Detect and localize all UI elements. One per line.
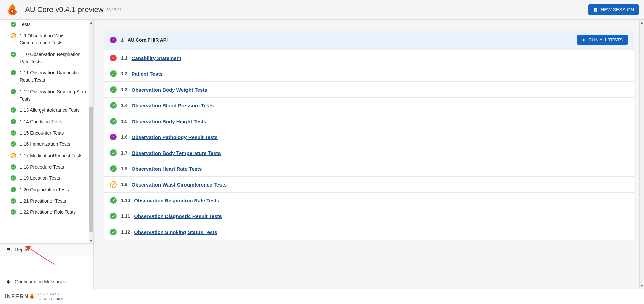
test-index: 1.5 <box>121 119 127 124</box>
sidebar-item-label: 1.22 PractitionerRole Tests <box>20 209 76 216</box>
test-row-1.11[interactable]: 1.11Observation Diagnostic Result Tests <box>104 208 634 224</box>
scroll-down-icon[interactable]: ▼ <box>89 238 93 243</box>
status-pass-icon <box>11 52 16 57</box>
status-pass-icon <box>110 102 117 109</box>
sidebar-item-1.18[interactable]: 1.18 Procedure Tests <box>0 162 93 173</box>
sidebar: Tests1.9 Observation Waist Circumference… <box>0 20 94 289</box>
file-add-icon <box>593 7 598 12</box>
app-title: AU Core v0.4.1-preview <box>25 5 104 14</box>
scroll-up-icon[interactable]: ▲ <box>89 20 93 25</box>
test-row-1.7[interactable]: 1.7Observation Body Temperature Tests <box>104 145 634 161</box>
app-logo-icon <box>5 3 20 17</box>
sidebar-item-label: 1.15 Encounter Tests <box>20 130 64 137</box>
sidebar-item-1.15[interactable]: 1.15 Encounter Tests <box>0 128 93 139</box>
status-pass-icon <box>11 164 16 170</box>
status-pass-icon <box>11 187 16 192</box>
sidebar-item-label: 1.21 Practitioner Tests <box>20 198 66 205</box>
scroll-thumb[interactable] <box>89 107 93 232</box>
sidebar-item-1.8[interactable]: Tests <box>0 20 93 30</box>
sidebar-item-label: 1.16 Immunization Tests <box>20 141 70 148</box>
test-name-link[interactable]: Capability Statement <box>131 55 181 61</box>
sidebar-item-1.16[interactable]: 1.16 Immunization Tests <box>0 139 93 150</box>
status-pass-icon <box>110 213 117 219</box>
group-index: 1 <box>121 37 124 43</box>
status-pass-icon <box>110 86 117 93</box>
test-name-link[interactable]: Observation Body Height Tests <box>131 119 206 124</box>
test-name-link[interactable]: Observation Smoking Status Tests <box>134 229 217 235</box>
sidebar-config-messages-button[interactable]: Configuration Messages <box>0 275 93 289</box>
test-index: 1.7 <box>121 150 127 156</box>
test-row-1.2[interactable]: 1.2Patient Tests <box>104 66 634 81</box>
test-name-link[interactable]: Observation Waist Circumference Tests <box>131 182 227 188</box>
status-pass-icon <box>11 89 16 94</box>
scroll-up-icon[interactable]: ▲ <box>640 20 644 25</box>
sidebar-item-1.17[interactable]: 1.17 MedicationRequest Tests <box>0 150 93 162</box>
status-skip-icon <box>110 181 117 188</box>
svg-point-1 <box>11 10 13 12</box>
sidebar-item-label: 1.19 Location Tests <box>20 175 60 182</box>
test-name-link[interactable]: Patient Tests <box>131 71 162 77</box>
test-index: 1.4 <box>121 103 127 108</box>
sidebar-test-list: Tests1.9 Observation Waist Circumference… <box>0 20 93 243</box>
sidebar-scrollbar[interactable]: ▲ ▼ <box>89 20 93 243</box>
status-pass-icon <box>11 22 16 27</box>
status-pass-icon <box>11 130 16 136</box>
test-row-1.12[interactable]: 1.12Observation Smoking Status Tests <box>104 224 634 240</box>
status-pass-icon <box>110 118 117 125</box>
test-index: 1.9 <box>121 182 127 187</box>
scroll-down-icon[interactable]: ▼ <box>640 283 644 289</box>
status-pass-icon <box>11 175 16 181</box>
test-row-1.9[interactable]: 1.9Observation Waist Circumference Tests <box>104 176 634 192</box>
test-row-1.5[interactable]: 1.5Observation Body Height Tests <box>104 113 634 129</box>
test-name-link[interactable]: Observation Pathology Result Tests <box>131 134 217 140</box>
sidebar-item-1.10[interactable]: 1.10 Observation Respiration Rate Tests <box>0 49 93 67</box>
status-skip-icon <box>11 153 16 158</box>
status-pass-icon <box>110 165 117 172</box>
sidebar-item-label: 1.14 Condition Tests <box>20 118 62 126</box>
test-index: 1.2 <box>121 71 127 76</box>
test-index: 1.11 <box>121 213 130 219</box>
status-pass-icon <box>11 209 16 215</box>
app-version: V.0.0.11 <box>107 7 122 12</box>
sidebar-item-1.9[interactable]: 1.9 Observation Waist Circumference Test… <box>0 30 93 49</box>
sidebar-report-button[interactable]: Report <box>0 243 93 256</box>
test-name-link[interactable]: Observation Body Temperature Tests <box>131 150 221 156</box>
test-row-1.6[interactable]: 1.6Observation Pathology Result Tests <box>104 129 634 145</box>
test-name-link[interactable]: Observation Body Weight Tests <box>131 87 207 93</box>
sidebar-item-label: 1.18 Procedure Tests <box>20 164 64 171</box>
status-pass-icon <box>11 198 16 204</box>
sidebar-item-label: 1.17 MedicationRequest Tests <box>20 152 82 160</box>
sidebar-item-1.11[interactable]: 1.11 Observation Diagnostic Result Tests <box>0 67 93 86</box>
test-row-1.4[interactable]: 1.4Observation Blood Pressure Tests <box>104 97 634 113</box>
test-row-1.8[interactable]: 1.8Observation Heart Rate Tests <box>104 161 634 176</box>
sidebar-item-1.22[interactable]: 1.22 PractitionerRole Tests <box>0 207 93 218</box>
status-pass-icon <box>110 70 117 77</box>
test-row-1.10[interactable]: 1.10Observation Respiration Rate Tests <box>104 192 634 208</box>
status-fail-icon <box>110 55 117 61</box>
flag-icon <box>6 247 11 252</box>
sidebar-item-1.21[interactable]: 1.21 Practitioner Tests <box>0 196 93 207</box>
main-content: 1 AU Core FHIR API RUN ALL TESTS 1.1Capa… <box>94 20 644 289</box>
sidebar-item-1.19[interactable]: 1.19 Location Tests <box>0 173 93 184</box>
test-name-link[interactable]: Observation Blood Pressure Tests <box>131 103 214 108</box>
test-name-link[interactable]: Observation Heart Rate Tests <box>131 166 202 172</box>
sidebar-item-1.20[interactable]: 1.20 Organization Tests <box>0 184 93 196</box>
new-session-button[interactable]: NEW SESSION <box>588 4 639 15</box>
test-name-link[interactable]: Observation Diagnostic Result Tests <box>134 213 222 219</box>
status-pass-icon <box>110 229 117 235</box>
sidebar-item-label: 1.12 Observation Smoking Status Tests <box>20 88 90 103</box>
run-all-tests-button[interactable]: RUN ALL TESTS <box>577 35 628 45</box>
footer-meta: BUILT WITH V.0.4.38 API <box>38 292 63 301</box>
app-header: AU Core v0.4.1-preview V.0.0.11 NEW SESS… <box>0 0 644 20</box>
api-link[interactable]: API <box>54 297 63 301</box>
sidebar-item-1.13[interactable]: 1.13 AllergyIntolerance Tests <box>0 105 93 116</box>
test-row-1.3[interactable]: 1.3Observation Body Weight Tests <box>104 81 634 97</box>
sidebar-item-1.12[interactable]: 1.12 Observation Smoking Status Tests <box>0 86 93 105</box>
sidebar-item-label: Tests <box>20 21 31 28</box>
svg-point-3 <box>31 296 33 298</box>
sidebar-item-1.14[interactable]: 1.14 Condition Tests <box>0 116 93 128</box>
main-scrollbar[interactable]: ▲ ▼ <box>639 20 644 289</box>
test-name-link[interactable]: Observation Respiration Rate Tests <box>134 198 219 203</box>
status-warn-icon <box>110 134 117 140</box>
test-row-1.1[interactable]: 1.1Capability Statement <box>104 50 634 66</box>
